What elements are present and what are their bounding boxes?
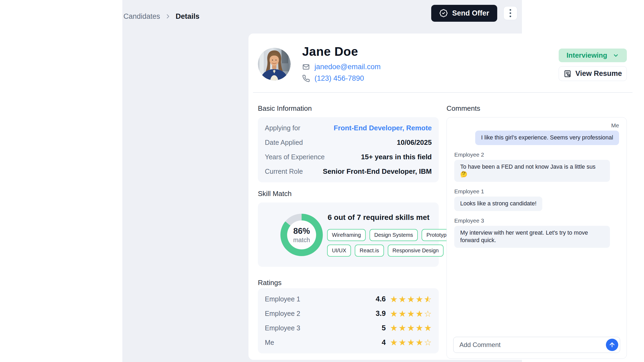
comment-bubble: My interview with her went great. Let's … [454,226,610,248]
chevron-right-icon [164,13,171,20]
info-label: Years of Experience [265,153,325,161]
info-row-date-applied: Date Applied 10/06/2025 [265,138,432,147]
rating-value: 3.9 [376,309,386,318]
star-full-icon: ★ [416,295,423,304]
info-value: 15+ years in this field [361,153,432,161]
comment-bubble: I like this girl’s experience. Seems ver… [475,131,619,145]
comment-author: Me [611,122,619,129]
star-full-icon: ★ [398,338,406,347]
info-value: Senior Front-End Developer, IBM [323,167,432,176]
skill-chip: UI/UX [327,245,351,257]
info-label: Date Applied [265,139,303,146]
view-resume-label: View Resume [575,69,622,78]
rating-row: Employee 2 3.9 ★★★★☆ [265,309,432,318]
basic-info-title: Basic Information [258,104,312,113]
star-empty-icon: ☆ [424,309,432,318]
comment-bubble: To have been a FED and not know Java is … [454,160,610,182]
star-full-icon: ★ [407,338,415,347]
rating-row: Employee 3 5 ★★★★★ [265,324,432,332]
send-comment-button[interactable] [606,339,618,351]
star-full-icon: ★ [407,309,415,318]
comment-author: Employee 3 [454,217,484,224]
info-row-applying-for: Applying for Front-End Developer, Remote [265,124,432,132]
status-dropdown[interactable]: Interviewing [559,49,627,62]
star-half-icon: ☆★ [424,295,432,304]
match-percent: 86% [293,226,310,236]
star-rating: ★★★★☆ [390,338,432,347]
rating-row: Employee 1 4.6 ★★★★☆★ [265,295,432,304]
info-label: Current Role [265,168,303,175]
star-full-icon: ★ [416,338,423,347]
star-rating: ★★★★☆★ [390,295,432,304]
comment-me: Me I like this girl’s experience. Seems … [454,122,619,145]
email-link[interactable]: janedoe@email.com [314,63,381,71]
send-offer-button[interactable]: Send Offer [431,5,497,22]
applying-for-link[interactable]: Front-End Developer, Remote [334,124,432,132]
comments-panel: Me I like this girl’s experience. Seems … [447,117,627,359]
star-full-icon: ★ [407,324,415,332]
arrow-up-icon [609,341,616,348]
skill-chip-row: Wireframing Design Systems Prototyping [327,229,458,241]
skill-match-donut: 86% match [280,214,323,256]
star-full-icon: ★ [390,309,398,318]
match-label: match [293,237,310,244]
phone-link[interactable]: (123) 456-7890 [314,74,364,83]
skill-chip: React.is [355,245,384,257]
content-column: Candidates Details Send Offer [122,0,522,362]
info-row-current-role: Current Role Senior Front-End Developer,… [265,167,432,176]
avatar [258,48,291,80]
star-full-icon: ★ [398,309,406,318]
comment-employee-2: Employee 2 To have been a FED and not kn… [454,152,619,182]
star-full-icon: ★ [398,324,406,332]
comment-author: Employee 1 [454,188,484,195]
rating-value: 4 [382,338,386,347]
star-empty-icon: ☆ [424,338,432,347]
star-full-icon: ★ [390,338,398,347]
rating-label: Employee 3 [265,324,382,332]
star-full-icon: ★ [390,295,398,304]
more-options-button[interactable] [503,6,517,20]
donut-center: 86% match [287,220,316,249]
star-full-icon: ★ [416,309,423,318]
candidate-name: Jane Doe [302,44,358,59]
topbar: Candidates Details Send Offer [122,0,522,33]
mail-icon [302,63,310,71]
email-row: janedoe@email.com [302,63,381,71]
view-resume-button[interactable]: View Resume [559,66,627,81]
comment-employee-3: Employee 3 My interview with her went gr… [454,217,619,248]
breadcrumb-candidates[interactable]: Candidates [123,12,160,21]
skill-match-title: Skill Match [258,190,292,198]
rating-label: Employee 2 [265,310,376,317]
file-search-icon [564,70,572,78]
star-full-icon: ★ [416,324,423,332]
comment-author: Employee 2 [454,152,484,158]
info-value: 10/06/2025 [397,138,432,147]
rating-label: Me [265,339,382,346]
candidate-card: Jane Doe janedoe@email.com (123) 456-789… [248,34,641,360]
comment-input-wrap [453,337,620,353]
send-offer-label: Send Offer [452,9,489,17]
star-rating: ★★★★★ [390,324,432,332]
rating-row: Me 4 ★★★★☆ [265,338,432,347]
comment-employee-1: Employee 1 Looks like a strong candidate… [454,188,619,211]
rating-value: 5 [382,324,386,332]
star-full-icon: ★ [390,324,398,332]
ratings-title: Ratings [258,279,281,287]
breadcrumb-details: Details [176,12,200,21]
comments-title: Comments [447,104,480,113]
star-full-icon: ★ [398,295,406,304]
vertical-dots-icon [510,9,511,11]
add-comment-input[interactable] [453,337,620,353]
info-row-experience: Years of Experience 15+ years in this fi… [265,153,432,161]
skill-chip: Design Systems [369,229,418,241]
star-rating: ★★★★☆ [390,309,432,318]
topbar-actions: Send Offer [431,5,517,22]
star-full-icon: ★ [424,324,432,332]
status-label: Interviewing [566,51,607,60]
badge-check-icon [439,9,448,17]
skill-chip: Wireframing [327,229,366,241]
skills-headline: 6 out of 7 required skills met [328,213,430,222]
rating-label: Employee 1 [265,295,376,303]
ratings-panel: Employee 1 4.6 ★★★★☆★ Employee 2 3.9 ★★★… [258,288,439,353]
skill-chip: Responsive Design [388,245,444,257]
